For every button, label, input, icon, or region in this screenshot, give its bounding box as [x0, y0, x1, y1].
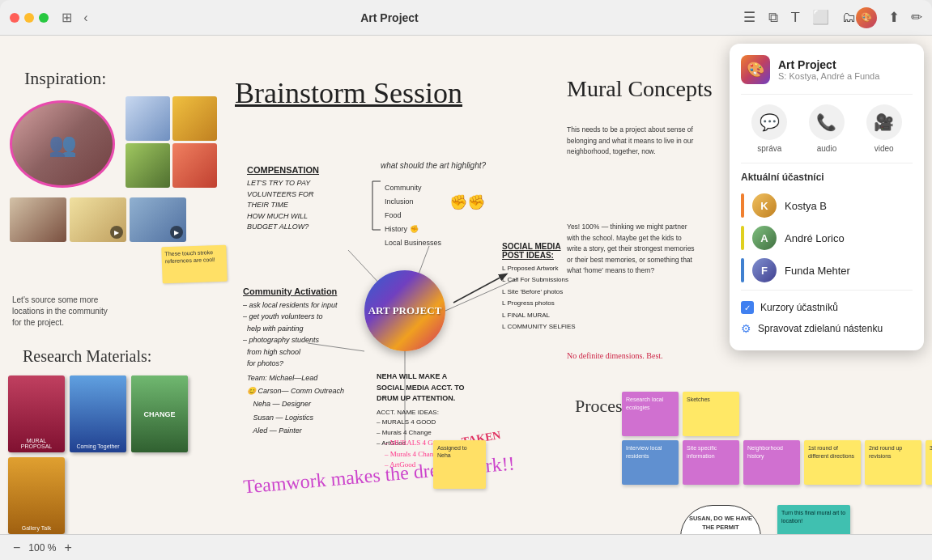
video-label: video [875, 144, 894, 153]
manage-board-row[interactable]: ⚙ Spravovat zdielanú nástenku [741, 318, 913, 339]
compensation-box: COMPENSATION LET'S TRY TO PAYVOLUNTEERS … [247, 165, 360, 233]
text-tool-icon[interactable]: 𝖳 [791, 9, 799, 26]
titlebar: ⊞ ‹ Art Project ☰ ⧉ 𝖳 ⬜ 🗂 🎨 ⬆ ✏ [0, 0, 932, 36]
assigned-sticky: Assigned to Neha [433, 440, 486, 489]
message-btn[interactable]: 💬 [751, 104, 787, 140]
edit-icon[interactable]: ✏ [911, 9, 922, 26]
close-button[interactable] [10, 13, 19, 23]
participants-section: Aktuální účastníci K Kostya B A André Lo… [741, 163, 913, 286]
zoom-out-button[interactable]: − [10, 539, 23, 557]
sticky-row-1: Research local ecologies Sketches [622, 392, 739, 436]
susan-note: SUSAN, DO WE HAVE THE PERMIT PAPERWORK? [680, 505, 761, 534]
inspiration-photo-row: ▶ ▶ [10, 197, 186, 242]
user-avatar[interactable]: 🎨 [856, 7, 877, 28]
andre-name: André Lorico [785, 232, 845, 244]
sticky-3rd-round: 3rd round final art [926, 440, 932, 485]
message-action[interactable]: 💬 správa [751, 104, 787, 153]
option-local-biz: Local Businesses [385, 236, 441, 250]
photo-row-1 [10, 197, 66, 242]
sticky-sketches: Sketches [683, 392, 739, 436]
brainstorm-heading: Brainstorm Session [235, 76, 462, 110]
inspiration-heading: Inspiration: [24, 68, 106, 89]
team-text: Team: Michael—Lead 😊 Carson— Comm Outrea… [247, 371, 377, 437]
funda-indicator [741, 258, 744, 282]
compensation-text: LET'S TRY TO PAYVOLUNTEERS FORTHEIR TIME… [247, 178, 360, 233]
collab-title-group: Art Project S: Kostya, André a Funda [778, 58, 879, 81]
mural-text-1: This needs to be a project about sense o… [567, 125, 696, 158]
sticky-interview: Interview local residents [622, 440, 679, 485]
copy-icon[interactable]: ⧉ [768, 10, 778, 26]
option-history: History ✊ [385, 223, 441, 236]
kostya-avatar: K [752, 193, 777, 218]
option-community: Community [385, 181, 441, 195]
turn-final-sticky: Turn this final mural art to location! [777, 505, 850, 534]
cursors-toggle-row[interactable]: ✓ Kurzory účastníků [741, 297, 913, 318]
book-mural-proposal: MURAL PROPOSAL [8, 375, 65, 452]
sticky-site-specific: Site specific information [683, 440, 739, 485]
message-label: správa [757, 144, 781, 153]
participant-funda: F Funda Mehter [741, 254, 913, 286]
art-project-label: ART PROJECT [368, 304, 442, 317]
video-action[interactable]: 🎥 video [866, 104, 902, 153]
highlight-question: what should the art highlight? [372, 161, 494, 170]
photo-4 [172, 143, 217, 188]
audio-action[interactable]: 📞 audio [809, 104, 845, 153]
mural-annotation: No definite dimensions. Best. [567, 351, 663, 360]
sticky-2nd-round: 2nd round up revisions [865, 440, 921, 485]
participant-andre: A André Lorico [741, 222, 913, 254]
mural-text-2: Yes! 100% — thinking we might partner wi… [567, 222, 696, 277]
book-gallery: Gallery Talk [8, 457, 65, 534]
zoom-level: 100 % [28, 542, 56, 554]
collab-actions: 💬 správa 📞 audio 🎥 video [741, 95, 913, 163]
cursors-checkbox[interactable]: ✓ [741, 301, 754, 314]
photo-2 [172, 96, 217, 141]
inspiration-sticky: These touch stroke references are cool! [161, 245, 228, 284]
inspiration-circle-photo: 👥 [10, 100, 115, 188]
zoom-in-button[interactable]: + [61, 539, 74, 557]
participant-kostya: K Kostya B [741, 189, 913, 222]
sticky-1st-round: 1st round of different directions [804, 440, 861, 485]
video-btn[interactable]: 🎥 [866, 104, 902, 140]
audio-btn[interactable]: 📞 [809, 104, 845, 140]
folder-icon[interactable]: 🗂 [842, 10, 856, 26]
mural-concepts-heading: Mural Concepts [567, 76, 713, 102]
kostya-name: Kostya B [785, 200, 827, 212]
statusbar: − 100 % + [0, 534, 932, 560]
list-view-icon[interactable]: ☰ [743, 9, 755, 26]
kostya-indicator [741, 193, 744, 218]
inspiration-photo-grid [126, 96, 217, 188]
highlight-options: Community Inclusion Food History ✊ Local… [385, 181, 441, 250]
window-title: Art Project [36, 11, 743, 24]
funda-avatar: F [752, 258, 777, 282]
image-tool-icon[interactable]: ⬜ [812, 9, 829, 26]
community-activation-text: – ask local residents for input – get yo… [243, 299, 368, 369]
sticky-research-local: Research local ecologies [622, 392, 679, 436]
collab-header: 🎨 Art Project S: Kostya, André a Funda [741, 55, 913, 95]
sticky-row-2: Interview local residents Site specific … [622, 440, 932, 485]
collaboration-panel: 🎨 Art Project S: Kostya, André a Funda 💬… [730, 44, 924, 350]
share-icon[interactable]: ⬆ [888, 9, 900, 26]
book-coming-together: Coming Together [70, 375, 126, 452]
book-change: CHANGE [131, 375, 188, 452]
research-heading: Research Materials: [23, 347, 151, 366]
community-activation-box: Community Activation – ask local residen… [243, 286, 368, 369]
community-activation-title: Community Activation [243, 286, 368, 296]
funda-name: Funda Mehter [785, 265, 850, 277]
toolbar-right: 🎨 ⬆ ✏ [856, 7, 922, 28]
photo-row-2: ▶ [70, 197, 126, 242]
assigned-sticky-text: Assigned to Neha [437, 444, 482, 459]
collab-footer: ✓ Kurzory účastníků ⚙ Spravovat zdielanú… [741, 290, 913, 339]
sticky-neighborhood: Neighborhood history [743, 440, 800, 485]
minimize-button[interactable] [24, 13, 34, 23]
gear-icon: ⚙ [741, 322, 751, 335]
team-box: Team: Michael—Lead 😊 Carson— Comm Outrea… [247, 371, 377, 437]
collab-title: Art Project [778, 58, 879, 71]
susan-note-text: SUSAN, DO WE HAVE THE PERMIT PAPERWORK? [689, 515, 752, 534]
collab-subtitle: S: Kostya, André a Funda [778, 71, 879, 81]
cursors-label: Kurzory účastníků [760, 302, 838, 313]
option-food: Food [385, 209, 441, 223]
manage-board-label: Spravovat zdielanú nástenku [758, 323, 883, 334]
andre-avatar: A [752, 226, 777, 250]
emoji-fist: ✊✊ [449, 193, 485, 211]
compensation-title: COMPENSATION [247, 165, 360, 175]
